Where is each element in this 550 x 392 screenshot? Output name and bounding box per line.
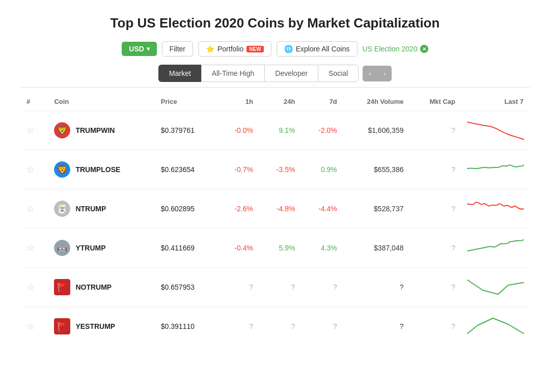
coin-cell: 🃏NTRUMP [48, 189, 154, 229]
svg-text:🚩: 🚩 [57, 322, 67, 331]
1h-change: -0.7% [217, 150, 259, 189]
table-row: ☆🚩NOTRUMP$0.657953????? [20, 268, 530, 307]
rank-cell: ☆ [20, 268, 48, 307]
coins-table: # Coin Price 1h 24h 7d 24h Volume Mkt Ca… [20, 93, 530, 346]
svg-text:🚩: 🚩 [57, 283, 67, 292]
svg-text:🦁: 🦁 [57, 125, 68, 136]
mktcap-cell: ? [409, 307, 461, 346]
nav-arrows: ‹ › [363, 66, 392, 81]
price-cell: $0.602895 [155, 189, 217, 229]
table-row: ☆🤖YTRUMP$0.411669-0.4%5.9%4.3%$387,048? [20, 229, 530, 268]
explore-button[interactable]: 🌐 Explore All Coins [277, 41, 358, 57]
7d-change: ? [301, 268, 343, 307]
divider [20, 87, 530, 88]
col-last7: Last 7 [461, 93, 530, 111]
favorite-button[interactable]: ☆ [26, 283, 35, 292]
favorite-button[interactable]: ☆ [26, 204, 35, 213]
7d-change: ? [301, 307, 343, 346]
close-icon: ✕ [420, 45, 428, 53]
coin-name[interactable]: NTRUMP [75, 205, 106, 213]
col-7d: 7d [301, 93, 343, 111]
coin-name[interactable]: YESTRUMP [75, 322, 115, 330]
rank-cell: ☆ [20, 150, 48, 189]
sparkline-cell [461, 189, 530, 229]
volume-cell: $655,386 [343, 150, 410, 189]
favorite-button[interactable]: ☆ [26, 243, 35, 253]
coin-name[interactable]: NOTRUMP [75, 283, 112, 291]
col-1h: 1h [217, 93, 259, 111]
tab-social[interactable]: Social [318, 65, 359, 82]
table-row: ☆🦁TRUMPWIN$0.379761-0.0%9.1%-2.0%$1,606,… [20, 111, 530, 150]
table-row: ☆🃏NTRUMP$0.602895-2.6%-4.8%-4.4%$528,737… [20, 189, 530, 229]
currency-button[interactable]: USD [122, 42, 157, 56]
rank-cell: ☆ [20, 307, 48, 346]
explore-label: Explore All Coins [296, 45, 350, 53]
table-row: ☆🚩YESTRUMP$0.391110????? [20, 307, 530, 346]
favorite-button[interactable]: ☆ [26, 165, 35, 174]
coin-name[interactable]: YTRUMP [75, 244, 105, 252]
7d-change: 4.3% [301, 229, 343, 268]
globe-icon: 🌐 [284, 45, 293, 53]
rank-cell: ☆ [20, 189, 48, 229]
filter-button[interactable]: Filter [162, 41, 193, 57]
col-24h: 24h [259, 93, 301, 111]
coin-cell: 🦁TRUMPWIN [48, 111, 154, 150]
portfolio-label: Portfolio [217, 45, 243, 53]
rank-cell: ☆ [20, 229, 48, 268]
rank-cell: ☆ [20, 111, 48, 150]
volume-cell: ? [343, 307, 410, 346]
table-row: ☆🦁TRUMPLOSE$0.623654-0.7%-3.5%0.9%$655,3… [20, 150, 530, 189]
24h-change: ? [259, 307, 301, 346]
col-rank: # [20, 93, 48, 111]
volume-cell: $1,606,359 [343, 111, 410, 150]
coin-cell: 🦁TRUMPLOSE [48, 150, 154, 189]
star-icon: ⭐ [206, 45, 214, 53]
tab-all-time-high[interactable]: All-Time High [201, 65, 265, 82]
1h-change: -0.4% [217, 229, 259, 268]
col-price: Price [155, 93, 217, 111]
price-cell: $0.623654 [155, 150, 217, 189]
coin-name[interactable]: TRUMPLOSE [75, 165, 120, 174]
price-cell: $0.391110 [155, 307, 217, 346]
toolbar: USD Filter ⭐ Portfolio New 🌐 Explore All… [20, 41, 530, 57]
coin-cell: 🚩YESTRUMP [48, 307, 154, 346]
col-mktcap: Mkt Cap [409, 93, 461, 111]
page-title: Top US Election 2020 Coins by Market Cap… [20, 15, 530, 31]
sparkline-cell [461, 229, 530, 268]
svg-text:🃏: 🃏 [57, 204, 67, 214]
prev-arrow[interactable]: ‹ [363, 66, 377, 81]
election-filter-button[interactable]: US Election 2020 ✕ [363, 45, 428, 53]
sparkline-cell [461, 307, 530, 346]
24h-change: 5.9% [259, 229, 301, 268]
mktcap-cell: ? [409, 150, 461, 189]
24h-change: -3.5% [259, 150, 301, 189]
24h-change: -4.8% [259, 189, 301, 229]
portfolio-button[interactable]: ⭐ Portfolio New [198, 41, 271, 57]
7d-change: -2.0% [301, 111, 343, 150]
7d-change: -4.4% [301, 189, 343, 229]
next-arrow[interactable]: › [377, 66, 392, 81]
favorite-button[interactable]: ☆ [26, 126, 35, 135]
svg-text:🤖: 🤖 [57, 243, 67, 253]
new-badge: New [246, 46, 263, 52]
sparkline-cell [461, 111, 530, 150]
mktcap-cell: ? [409, 189, 461, 229]
1h-change: ? [217, 307, 259, 346]
price-cell: $0.379761 [155, 111, 217, 150]
mktcap-cell: ? [409, 229, 461, 268]
24h-change: ? [259, 268, 301, 307]
coin-cell: 🚩NOTRUMP [48, 268, 154, 307]
tab-market[interactable]: Market [158, 65, 201, 82]
sparkline-cell [461, 150, 530, 189]
1h-change: -0.0% [217, 111, 259, 150]
col-coin: Coin [48, 93, 154, 111]
election-label: US Election 2020 [363, 45, 418, 53]
1h-change: -2.6% [217, 189, 259, 229]
sparkline-cell [461, 268, 530, 307]
mktcap-cell: ? [409, 111, 461, 150]
favorite-button[interactable]: ☆ [26, 322, 35, 331]
coin-name[interactable]: TRUMPWIN [75, 126, 115, 134]
volume-cell: $387,048 [343, 229, 410, 268]
table-header-row: # Coin Price 1h 24h 7d 24h Volume Mkt Ca… [20, 93, 530, 111]
tab-developer[interactable]: Developer [264, 65, 318, 82]
